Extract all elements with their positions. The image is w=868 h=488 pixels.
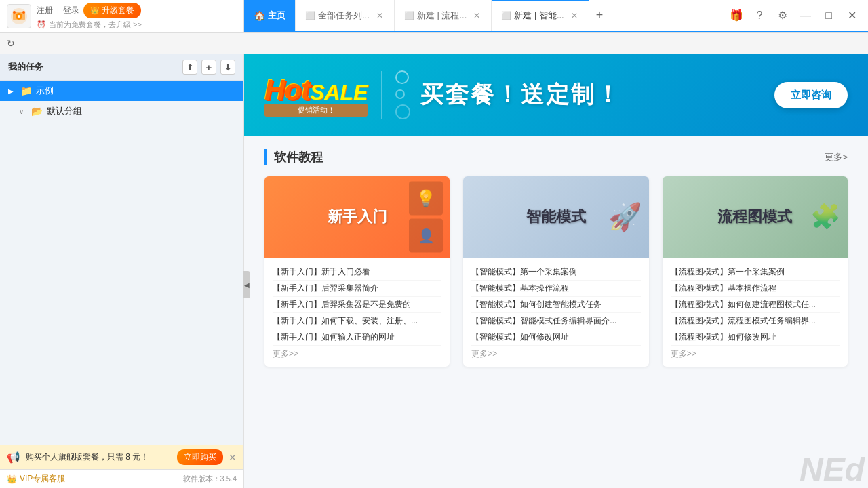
logo-area: 注册 | 登录 升级套餐 当前为免费套餐，去升级 >> bbox=[0, 0, 244, 32]
tree-item-default-group[interactable]: ∨ 📂 默认分组 bbox=[0, 101, 243, 121]
flow-more[interactable]: 更多>> bbox=[671, 346, 840, 360]
tab-home[interactable]: 🏠 主页 bbox=[244, 0, 296, 30]
sidebar-actions: ⬆ + ⬇ bbox=[182, 60, 235, 75]
add-tab-button[interactable]: + bbox=[589, 0, 610, 30]
app-logo bbox=[7, 4, 31, 28]
beginner-link-2[interactable]: 【新手入门】后羿采集器是不是免费的 bbox=[273, 297, 441, 313]
login-link[interactable]: 登录 bbox=[63, 5, 79, 16]
tree-item-examples[interactable]: ▶ 📁 示例 bbox=[0, 81, 243, 101]
consult-button[interactable]: 立即咨询 bbox=[774, 82, 848, 108]
auth-separator: | bbox=[57, 6, 59, 14]
version-label: 软件版本：3.5.4 bbox=[183, 474, 237, 484]
refresh-button[interactable]: ↻ bbox=[7, 38, 15, 49]
svg-point-4 bbox=[13, 11, 16, 14]
vip-service-link[interactable]: 👑 VIP专属客服 bbox=[7, 473, 65, 485]
beginner-thumb-label: 新手入门 bbox=[328, 207, 387, 227]
title-bar: 注册 | 登录 升级套餐 当前为免费套餐，去升级 >> 🏠 主页 ⬜ 全部任务列… bbox=[0, 0, 868, 33]
banner: Hot SALE 促销活动！ 买套餐！送定制！ bbox=[244, 54, 868, 136]
export-button[interactable]: ⬆ bbox=[182, 60, 197, 75]
settings-button[interactable]: ⚙ bbox=[773, 6, 792, 25]
tab-new-smart[interactable]: ⬜ 新建 | 智能... ✕ bbox=[492, 0, 589, 30]
tutorials-header: 软件教程 更多> bbox=[264, 149, 848, 165]
smart-deco: 🚀 bbox=[608, 201, 642, 233]
hot-label: Hot bbox=[264, 74, 310, 106]
promo-close-button[interactable]: ✕ bbox=[229, 452, 237, 463]
tutorial-card-flow: 流程图模式 🧩 【流程图模式】第一个采集案例 【流程图模式】基本操作流程 【流程… bbox=[663, 176, 848, 367]
svg-point-5 bbox=[22, 11, 25, 14]
beginner-link-0[interactable]: 【新手入门】新手入门必看 bbox=[273, 264, 441, 281]
tab-all-tasks-close[interactable]: ✕ bbox=[375, 10, 384, 21]
banner-divider bbox=[381, 71, 382, 119]
tutorial-thumb-beginner: 新手入门 💡 👤 bbox=[264, 176, 450, 258]
flow-link-0[interactable]: 【流程图模式】第一个采集案例 bbox=[671, 264, 840, 281]
task-tree: ▶ 📁 示例 ∨ 📂 默认分组 bbox=[0, 81, 243, 121]
address-bar: ↻ bbox=[0, 33, 868, 54]
home-icon: 🏠 bbox=[254, 10, 265, 21]
smart-link-1[interactable]: 【智能模式】基本操作流程 bbox=[471, 281, 640, 297]
help-button[interactable]: ? bbox=[750, 6, 769, 25]
tutorials-section: 软件教程 更多> 新手入门 💡 👤 bbox=[244, 136, 868, 380]
flow-link-3[interactable]: 【流程图模式】流程图模式任务编辑界... bbox=[671, 313, 840, 329]
minimize-button[interactable]: — bbox=[796, 6, 815, 25]
smart-more[interactable]: 更多>> bbox=[471, 346, 640, 360]
flow-link-1[interactable]: 【流程图模式】基本操作流程 bbox=[671, 281, 840, 297]
beginner-link-1[interactable]: 【新手入门】后羿采集器简介 bbox=[273, 281, 441, 297]
promo-bar: 📢 购买个人旗舰版套餐，只需 8 元！ 立即购买 ✕ bbox=[0, 445, 243, 469]
tutorial-thumb-flow: 流程图模式 🧩 bbox=[663, 176, 848, 258]
sidebar-collapse-handle[interactable]: ◀ bbox=[243, 271, 250, 298]
folder-default-icon: 📂 bbox=[31, 106, 43, 117]
import-button[interactable]: ⬇ bbox=[220, 60, 235, 75]
vip-bar: 👑 VIP专属客服 软件版本：3.5.4 bbox=[0, 469, 243, 488]
tree-item-examples-label: 示例 bbox=[36, 85, 54, 97]
smart-thumb-label: 智能模式 bbox=[526, 207, 586, 227]
tutorial-thumb-smart: 智能模式 🚀 bbox=[463, 176, 648, 258]
promo-text: 购买个人旗舰版套餐，只需 8 元！ bbox=[26, 451, 172, 463]
add-task-button[interactable]: + bbox=[201, 60, 216, 75]
beginner-links: 【新手入门】新手入门必看 【新手入门】后羿采集器简介 【新手入门】后羿采集器是不… bbox=[264, 258, 450, 367]
buy-now-button[interactable]: 立即购买 bbox=[177, 449, 223, 465]
flow-links: 【流程图模式】第一个采集案例 【流程图模式】基本操作流程 【流程图模式】如何创建… bbox=[663, 258, 848, 367]
tutorials-more-link[interactable]: 更多> bbox=[825, 151, 848, 163]
beginner-link-3[interactable]: 【新手入门】如何下载、安装、注册、... bbox=[273, 313, 441, 329]
maximize-button[interactable]: □ bbox=[819, 6, 838, 25]
beginner-more[interactable]: 更多>> bbox=[273, 346, 441, 360]
tab-new-smart-label: 新建 | 智能... bbox=[514, 9, 564, 22]
arrow-default: ∨ bbox=[19, 108, 27, 115]
smart-links: 【智能模式】第一个采集案例 【智能模式】基本操作流程 【智能模式】如何创建智能模… bbox=[463, 258, 648, 367]
flow-link-4[interactable]: 【流程图模式】如何修改网址 bbox=[671, 329, 840, 346]
banner-main-text: 买套餐！送定制！ bbox=[420, 79, 621, 110]
auth-links: 注册 | 登录 升级套餐 当前为免费套餐，去升级 >> bbox=[37, 3, 142, 30]
smart-link-2[interactable]: 【智能模式】如何创建智能模式任务 bbox=[471, 297, 640, 313]
smart-link-4[interactable]: 【智能模式】如何修改网址 bbox=[471, 329, 640, 346]
register-link[interactable]: 注册 bbox=[37, 5, 53, 16]
tree-item-default-label: 默认分组 bbox=[47, 105, 82, 117]
tab-all-tasks-label: 全部任务列... bbox=[318, 9, 370, 22]
upgrade-button[interactable]: 升级套餐 bbox=[83, 3, 141, 18]
promo-sub-label: 促销活动！ bbox=[264, 104, 368, 117]
flow-link-2[interactable]: 【流程图模式】如何创建流程图模式任... bbox=[671, 297, 840, 313]
tab-all-tasks[interactable]: ⬜ 全部任务列... ✕ bbox=[296, 0, 395, 30]
flow-deco: 🧩 bbox=[810, 203, 841, 231]
tab-new-flow-close[interactable]: ✕ bbox=[472, 10, 481, 21]
tab-new-flow-label: 新建 | 流程... bbox=[417, 9, 467, 22]
gift-button[interactable]: 🎁 bbox=[727, 6, 746, 25]
vip-icon: 👑 bbox=[7, 474, 17, 484]
folder-examples-icon: 📁 bbox=[20, 85, 32, 96]
tabs-bar: 🏠 主页 ⬜ 全部任务列... ✕ ⬜ 新建 | 流程... ✕ ⬜ 新建 | … bbox=[244, 0, 868, 32]
smart-link-3[interactable]: 【智能模式】智能模式任务编辑界面介... bbox=[471, 313, 640, 329]
svg-point-3 bbox=[18, 15, 20, 18]
tab-home-label: 主页 bbox=[268, 9, 285, 22]
vip-label: VIP专属客服 bbox=[20, 473, 65, 485]
close-button[interactable]: ✕ bbox=[842, 6, 861, 25]
free-tip: 当前为免费套餐，去升级 >> bbox=[37, 20, 142, 30]
tab-new-flow[interactable]: ⬜ 新建 | 流程... ✕ bbox=[395, 0, 492, 30]
beginner-link-4[interactable]: 【新手入门】如何输入正确的网址 bbox=[273, 329, 441, 346]
arrow-examples: ▶ bbox=[8, 87, 16, 95]
window-controls: 🎁 ? ⚙ — □ ✕ bbox=[720, 6, 868, 25]
smart-link-0[interactable]: 【智能模式】第一个采集案例 bbox=[471, 264, 640, 281]
tutorials-title: 软件教程 bbox=[264, 149, 323, 165]
sidebar: 我的任务 ⬆ + ⬇ ▶ 📁 示例 bbox=[0, 54, 244, 488]
sale-label: SALE bbox=[310, 80, 368, 105]
banner-left: Hot SALE 促销活动！ bbox=[264, 74, 368, 117]
tab-new-smart-close[interactable]: ✕ bbox=[570, 10, 579, 21]
